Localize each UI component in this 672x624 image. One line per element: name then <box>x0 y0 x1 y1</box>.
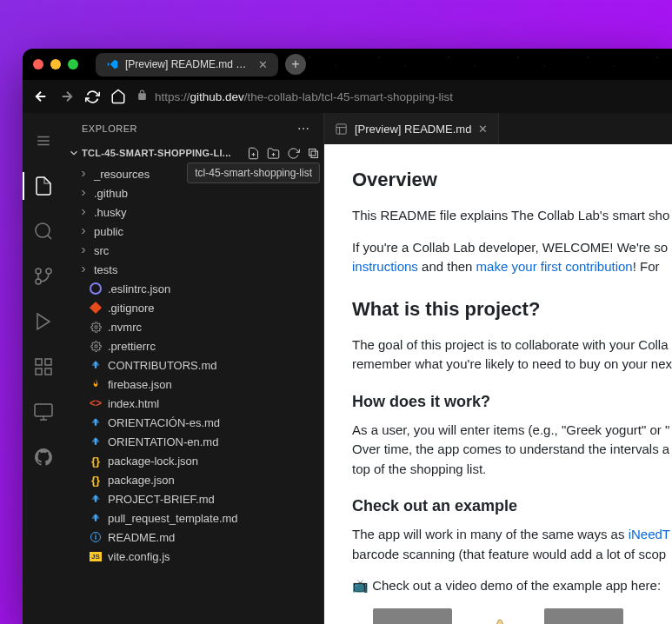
explorer-section-header[interactable]: TCL-45-SMART-SHOPPING-LI... tcl-45-smart… <box>64 143 323 163</box>
file-name: README.md <box>108 531 175 544</box>
paragraph: The app will work in many of the same wa… <box>352 525 644 564</box>
file-item[interactable]: {}package-lock.json <box>64 451 323 470</box>
folder-item[interactable]: tests <box>64 260 323 279</box>
link-first-contribution[interactable]: make your first contribution <box>476 259 633 274</box>
file-item[interactable]: CONTRIBUTORS.md <box>64 355 323 375</box>
svg-point-23 <box>94 344 96 347</box>
forward-button[interactable] <box>59 89 75 104</box>
editor-tab-title: [Preview] README.md <box>355 123 471 136</box>
heading-example: Check out an example <box>352 495 644 518</box>
file-item[interactable]: pull_request_template.md <box>64 508 323 528</box>
back-button[interactable] <box>33 89 49 104</box>
home-button[interactable] <box>110 89 126 104</box>
sidebar-header: EXPLORER ⋯ <box>64 113 323 143</box>
file-item[interactable]: <>index.html <box>64 394 323 413</box>
link-ineedto[interactable]: iNeedT <box>629 527 670 541</box>
folder-item[interactable]: .husky <box>64 202 323 222</box>
folder-name: tests <box>94 263 117 276</box>
preview-icon <box>335 123 348 136</box>
explorer-actions <box>247 147 320 160</box>
folder-name: .github <box>94 187 128 200</box>
file-name: vite.config.js <box>108 550 170 563</box>
svg-rect-10 <box>45 359 51 365</box>
file-item[interactable]: ORIENTATION-en.md <box>64 432 323 451</box>
file-item[interactable]: .eslintrc.json <box>64 279 323 298</box>
lock-icon <box>136 90 148 103</box>
file-name: PROJECT-BRIEF.md <box>108 493 215 506</box>
heading-how: How does it work? <box>352 390 644 414</box>
paragraph: The goal of this project is to collabora… <box>352 335 644 375</box>
project-tooltip: tcl-45-smart-shopping-list <box>187 163 320 183</box>
extensions-activity[interactable] <box>23 346 64 388</box>
file-name: CONTRIBUTORS.md <box>108 359 216 372</box>
file-tree: _resources.github.huskypublicsrctests.es… <box>64 163 323 624</box>
heading-overview: Overview <box>352 165 644 194</box>
file-item[interactable]: JSvite.config.js <box>64 547 323 566</box>
minimize-window-button[interactable] <box>50 59 61 70</box>
file-item[interactable]: iREADME.md <box>64 528 323 547</box>
svg-rect-9 <box>36 359 42 365</box>
editor-tabs: [Preview] README.md ✕ <box>324 113 672 144</box>
editor-tab[interactable]: [Preview] README.md ✕ <box>324 113 499 144</box>
file-item[interactable]: .gitignore <box>64 298 323 317</box>
svg-rect-11 <box>36 368 42 375</box>
chevron-down-icon <box>68 147 80 159</box>
browser-window: [Preview] README.md — tcl-4 ✕ + https://… <box>23 49 672 624</box>
svg-rect-24 <box>336 123 346 133</box>
reload-button[interactable] <box>85 90 100 104</box>
link-instructions[interactable]: instructions <box>352 259 418 274</box>
folder-name: src <box>94 244 109 257</box>
file-item[interactable]: .prettierrc <box>64 336 323 355</box>
svg-point-5 <box>46 269 51 274</box>
file-name: package.json <box>108 474 175 487</box>
svg-marker-8 <box>37 314 50 329</box>
heading-what: What is this project? <box>352 295 644 323</box>
folder-item[interactable]: src <box>64 241 323 260</box>
folder-item[interactable]: public <box>64 222 323 241</box>
file-item[interactable]: .nvmrc <box>64 317 323 336</box>
maximize-window-button[interactable] <box>68 59 78 70</box>
remote-activity[interactable] <box>23 391 64 433</box>
github-activity[interactable] <box>23 436 64 478</box>
refresh-icon[interactable] <box>287 147 300 160</box>
svg-rect-20 <box>309 149 316 156</box>
search-activity[interactable] <box>23 210 64 252</box>
editor-content[interactable]: Overview This README file explains The C… <box>324 144 672 624</box>
file-name: ORIENTATION-en.md <box>108 435 218 448</box>
new-tab-button[interactable]: + <box>285 54 306 75</box>
collapse-all-icon[interactable] <box>307 147 320 160</box>
close-editor-tab-icon[interactable]: ✕ <box>478 123 488 136</box>
url-field[interactable]: https://github.dev/the-collab-lab/tcl-45… <box>136 90 662 103</box>
url-text: https://github.dev/the-collab-lab/tcl-45… <box>155 90 453 103</box>
svg-point-7 <box>36 269 41 274</box>
file-name: ORIENTACIÓN-es.md <box>108 416 220 429</box>
url-bar: https://github.dev/the-collab-lab/tcl-45… <box>23 80 672 113</box>
close-window-button[interactable] <box>33 59 43 70</box>
paragraph: This README file explains The Collab Lab… <box>352 206 644 226</box>
new-file-icon[interactable] <box>247 147 260 160</box>
sidebar-title: EXPLORER <box>82 123 137 134</box>
explorer-activity[interactable] <box>23 165 64 207</box>
app: EXPLORER ⋯ TCL-45-SMART-SHOPPING-LI... t… <box>23 113 672 624</box>
new-folder-icon[interactable] <box>267 147 280 160</box>
menu-button[interactable] <box>23 120 64 162</box>
traffic-lights <box>33 59 78 70</box>
file-name: .eslintrc.json <box>108 282 170 295</box>
vscode-icon <box>106 58 118 70</box>
sidebar-more-icon[interactable]: ⋯ <box>297 122 310 136</box>
file-item[interactable]: {}package.json <box>64 470 323 489</box>
folder-name: .husky <box>94 206 127 219</box>
browser-tab-group: [Preview] README.md — tcl-4 ✕ + <box>96 53 306 76</box>
file-name: .prettierrc <box>108 340 156 353</box>
file-item[interactable]: PROJECT-BRIEF.md <box>64 489 323 508</box>
folder-item[interactable]: .github <box>64 183 323 202</box>
folder-name: public <box>94 225 123 238</box>
browser-tab[interactable]: [Preview] README.md — tcl-4 ✕ <box>96 53 278 76</box>
paragraph: If you're a Collab Lab developer, WELCOM… <box>352 238 644 277</box>
file-item[interactable]: firebase.json <box>64 375 323 394</box>
file-item[interactable]: ORIENTACIÓN-es.md <box>64 413 323 432</box>
source-control-activity[interactable] <box>23 256 64 297</box>
close-tab-icon[interactable]: ✕ <box>258 58 268 71</box>
file-name: .nvmrc <box>108 321 142 334</box>
run-debug-activity[interactable] <box>23 301 64 342</box>
